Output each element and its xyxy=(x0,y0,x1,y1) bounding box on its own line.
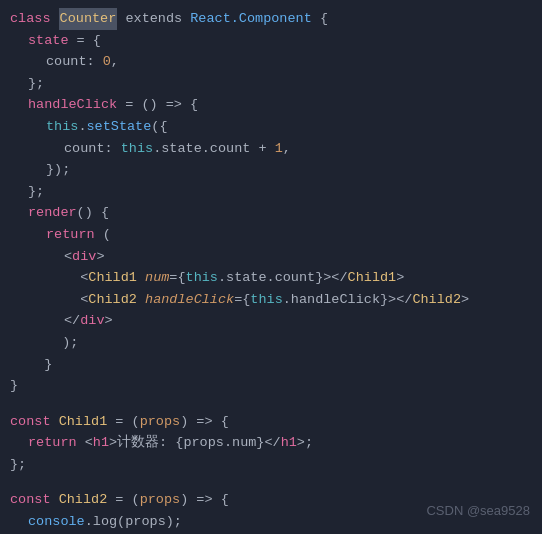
code-line: render() { xyxy=(10,202,532,224)
code-line: count: 0, xyxy=(10,51,532,73)
code-line: }); xyxy=(10,159,532,181)
code-line: <Child2 handleClick={this.handleClick}><… xyxy=(10,289,532,311)
code-block: class Counter extends React.Component { … xyxy=(0,0,542,534)
code-line: <Child1 num={this.state.count}></Child1> xyxy=(10,267,532,289)
code-line: count: this.state.count + 1, xyxy=(10,138,532,160)
code-line: return <h1>计数器: {props.num}</h1>; xyxy=(10,432,532,454)
code-line: state = { xyxy=(10,30,532,52)
code-line: } xyxy=(10,375,532,397)
code-line: }; xyxy=(10,454,532,476)
code-line: }; xyxy=(10,73,532,95)
code-line: } xyxy=(10,354,532,376)
code-line: }; xyxy=(10,181,532,203)
watermark: CSDN @sea9528 xyxy=(426,501,530,522)
keyword: class xyxy=(10,8,59,30)
code-line: handleClick = () => { xyxy=(10,94,532,116)
code-line: return ( xyxy=(10,224,532,246)
code-line: const Child1 = (props) => { xyxy=(10,411,532,433)
counter-highlight: Counter xyxy=(59,8,118,30)
code-line: this.setState({ xyxy=(10,116,532,138)
code-line: </div> xyxy=(10,310,532,332)
code-line: class Counter extends React.Component { xyxy=(10,8,532,30)
code-line: ); xyxy=(10,332,532,354)
code-line: <div> xyxy=(10,246,532,268)
